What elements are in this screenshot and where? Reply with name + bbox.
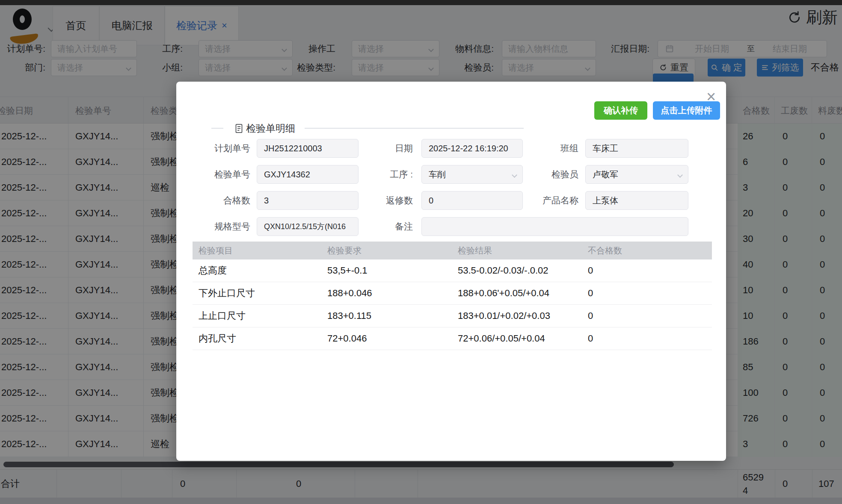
product-field-label: 产品名称	[506, 191, 578, 210]
detail-table-row: 内孔尺寸 72+0.046 72+0.06/+0.05/+0.04 0	[193, 327, 712, 350]
inspector-field[interactable]: 卢敬军	[585, 165, 688, 184]
detail-col-unqualified: 不合格数	[582, 245, 712, 256]
modal-title-row: 检验单明细	[176, 122, 726, 135]
remark-field[interactable]	[421, 217, 688, 236]
detail-cell-result: 72+0.06/+0.05/+0.04	[452, 333, 582, 344]
team-field-label: 班组	[506, 139, 578, 158]
chevron-down-icon	[677, 172, 683, 178]
order-no-field-label: 检验单号	[178, 165, 250, 184]
detail-table-row: 下外止口尺寸 188+0.046 188+0.06'+0.05/+0.04 0	[193, 282, 712, 305]
product-field[interactable]: 上泵体	[585, 191, 688, 210]
date-field-label: 日期	[340, 139, 413, 158]
detail-cell-item: 总高度	[193, 264, 321, 277]
qualified-field-label: 合格数	[178, 191, 250, 210]
remark-field-label: 备注	[340, 217, 413, 236]
repair-field-label: 返修数	[340, 191, 413, 210]
detail-cell-unqualified: 0	[582, 265, 712, 276]
detail-cell-requirement: 183+0.115	[321, 310, 452, 321]
detail-cell-item: 上止口尺寸	[193, 309, 321, 322]
spec-field-label: 规格型号	[178, 217, 250, 236]
detail-table: 检验项目 检验要求 检验结果 不合格数 总高度 53,5+-0.1 53.5-0…	[193, 242, 712, 350]
detail-table-row: 上止口尺寸 183+0.115 183+0.01/+0.02/+0.03 0	[193, 305, 712, 327]
detail-cell-result: 183+0.01/+0.02/+0.03	[452, 310, 582, 321]
detail-col-item: 检验项目	[193, 245, 321, 256]
upload-attachment-button[interactable]: 点击上传附件	[653, 101, 720, 120]
detail-cell-result: 53.5-0.02/-0.03/-.0.02	[452, 265, 582, 276]
inspector-field-label: 检验员	[506, 165, 578, 184]
detail-col-requirement: 检验要求	[321, 245, 452, 256]
detail-cell-unqualified: 0	[582, 288, 712, 299]
confirm-reupload-button[interactable]: 确认补传	[594, 101, 647, 120]
inspection-detail-modal: × 确认补传 点击上传附件 检验单明细 计划单号 JH2512210003 日期…	[176, 82, 726, 461]
detail-cell-item: 内孔尺寸	[193, 332, 321, 345]
detail-table-header: 检验项目 检验要求 检验结果 不合格数	[193, 242, 712, 259]
modal-title: 检验单明细	[234, 122, 295, 135]
screen: 首页 电脑汇报 检验记录 × 刷新 计划单号: 工序: 请选择 操作工 请选择 …	[0, 0, 842, 504]
detail-cell-unqualified: 0	[582, 310, 712, 321]
document-icon	[234, 123, 243, 134]
detail-cell-item: 下外止口尺寸	[193, 287, 321, 300]
detail-col-result: 检验结果	[452, 245, 582, 256]
detail-table-body: 总高度 53,5+-0.1 53.5-0.02/-0.03/-.0.02 0 下…	[193, 259, 712, 350]
detail-cell-requirement: 53,5+-0.1	[321, 265, 452, 276]
detail-cell-result: 188+0.06'+0.05/+0.04	[452, 288, 582, 299]
process-field-label: 工序 :	[340, 165, 413, 184]
detail-cell-requirement: 72+0.046	[321, 333, 452, 344]
detail-table-row: 总高度 53,5+-0.1 53.5-0.02/-0.03/-.0.02 0	[193, 259, 712, 282]
detail-cell-requirement: 188+0.046	[321, 288, 452, 299]
detail-cell-unqualified: 0	[582, 333, 712, 344]
team-field[interactable]: 车床工	[585, 139, 688, 158]
plan-no-field-label: 计划单号	[178, 139, 250, 158]
